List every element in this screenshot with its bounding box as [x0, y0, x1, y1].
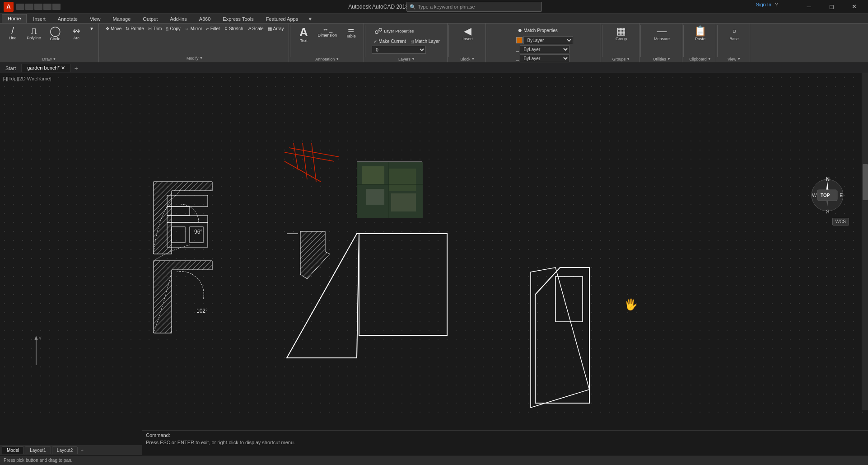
help-icon[interactable]: ? — [775, 2, 778, 7]
groups-group-label: Groups — [612, 56, 626, 61]
svg-rect-1 — [362, 166, 384, 184]
scrollbar-thumb[interactable] — [863, 164, 868, 200]
ribbon-group-block: ◀ Insert Block ▼ — [450, 23, 486, 62]
minimize-button[interactable]: ─ — [798, 2, 819, 12]
bylayer-lineweight-dropdown[interactable]: ByLayer — [520, 54, 569, 62]
svg-line-18 — [285, 152, 334, 161]
group-label: Group — [616, 37, 627, 41]
match-properties-label: Match Properties — [523, 28, 558, 33]
doc-tab-start[interactable]: Start — [0, 64, 22, 72]
paste-label: Paste — [695, 37, 705, 41]
doc-tab-garden-bench[interactable]: garden bench* ✕ — [22, 64, 71, 72]
signin-button[interactable]: Sign In — [756, 2, 771, 7]
block-group-label: Block — [461, 56, 471, 61]
mirror-button[interactable]: ↔ Mirror — [183, 25, 204, 32]
tab-layout2[interactable]: Layout2 — [52, 446, 78, 454]
quick-access-undo[interactable] — [43, 4, 51, 10]
groups-group-expand[interactable]: ▼ — [626, 57, 630, 61]
bottom-tabs: Model Layout1 Layout2 + — [0, 445, 142, 455]
move-button[interactable]: ✥ Move — [104, 25, 123, 32]
annotation-group-expand[interactable]: ▼ — [336, 57, 339, 61]
document-tabs: Start garden bench* ✕ + — [0, 63, 868, 73]
text-button[interactable]: A Text — [294, 25, 314, 44]
layers-group-expand[interactable]: ▼ — [411, 57, 415, 61]
circle-button[interactable]: ◯ Circle — [45, 25, 65, 42]
fillet-icon: ⌐ — [206, 26, 209, 31]
group-button[interactable]: ▦ Group — [611, 25, 631, 42]
scrollbar-right[interactable] — [862, 73, 868, 410]
quick-access-redo[interactable] — [52, 4, 61, 10]
tab-model[interactable]: Model — [2, 446, 24, 454]
tab-addins[interactable]: Add-ins — [164, 14, 192, 23]
tab-a360[interactable]: A360 — [193, 14, 217, 23]
paste-button[interactable]: 📋 Paste — [691, 25, 710, 42]
draw-group-expand[interactable]: ▼ — [53, 57, 56, 61]
line-button[interactable]: / Line — [3, 25, 23, 41]
fillet-button[interactable]: ⌐ Fillet — [205, 25, 222, 32]
polyline-button[interactable]: ⎍ Polyline — [24, 25, 44, 41]
stretch-button[interactable]: ↧ Stretch — [222, 25, 245, 32]
modify-group-expand[interactable]: ▼ — [200, 56, 203, 60]
tab-annotate[interactable]: Annotate — [52, 14, 84, 23]
svg-rect-2 — [389, 169, 416, 191]
base-icon: ▫ — [733, 26, 736, 36]
ribbon-group-properties: ● Match Properties ByLayer ⎯ ByLayer — [488, 23, 601, 62]
trim-button[interactable]: ✄ Trim — [146, 25, 164, 32]
tab-manage[interactable]: Manage — [107, 14, 137, 23]
base-button[interactable]: ▫ Base — [724, 25, 744, 42]
copy-button[interactable]: ⎘ Copy — [164, 25, 182, 32]
divider-2 — [290, 25, 290, 57]
utilities-group-expand[interactable]: ▼ — [667, 57, 671, 61]
search-bar[interactable]: 🔍 Type a keyword or phrase — [406, 2, 542, 12]
tab-layout1[interactable]: Layout1 — [25, 446, 51, 454]
tab-home[interactable]: Home — [2, 14, 27, 23]
search-placeholder: Type a keyword or phrase — [418, 4, 475, 9]
paste-icon: 📋 — [694, 26, 706, 36]
quick-access-open[interactable] — [25, 4, 33, 10]
status-message: Press pick button and drag to pan. — [4, 458, 72, 463]
tab-expand[interactable]: ▼ — [306, 15, 314, 23]
tab-output[interactable]: Output — [137, 14, 163, 23]
block-group-expand[interactable]: ▼ — [471, 57, 475, 61]
clipboard-group-expand[interactable]: ▼ — [708, 57, 711, 61]
insert-icon: ◀ — [464, 26, 471, 36]
draw-more-btn[interactable]: ▼ — [88, 25, 96, 32]
svg-text:S: S — [826, 209, 829, 214]
tab-express[interactable]: Express Tools — [217, 14, 259, 23]
layer-dropdown[interactable]: 0 — [372, 46, 426, 54]
match-properties-button[interactable]: ● Match Properties — [516, 25, 560, 35]
make-current-button[interactable]: ✓ Make Current — [372, 38, 408, 45]
dimension-button[interactable]: ↔⎯ Dimension — [315, 25, 340, 38]
new-tab-button[interactable]: + — [71, 63, 82, 73]
divider-9 — [717, 25, 718, 57]
scale-button[interactable]: ↗ Scale — [246, 25, 266, 32]
match-layer-button[interactable]: ⌹ Match Layer — [409, 38, 442, 45]
divider-5 — [487, 25, 487, 57]
measure-button[interactable]: ― Measure — [651, 25, 672, 42]
close-button[interactable]: ✕ — [844, 2, 864, 12]
layer-properties-label: Layer Properties — [384, 29, 414, 33]
array-button[interactable]: ▦ Array — [266, 25, 286, 32]
canvas-area[interactable]: [-][Top][2D Wireframe] — [0, 73, 868, 420]
arc-button[interactable]: ↭ Arc — [66, 25, 86, 41]
layer-properties-button[interactable]: ☍ Layer Properties — [372, 25, 416, 37]
wcs-label[interactable]: WCS — [832, 218, 849, 225]
svg-rect-14 — [190, 227, 203, 243]
bylayer-linetype-dropdown[interactable]: ByLayer — [520, 45, 569, 53]
tab-insert[interactable]: Insert — [27, 14, 51, 23]
move-icon: ✥ — [106, 26, 109, 31]
svg-rect-13 — [172, 227, 185, 243]
rotate-button[interactable]: ↻ Rotate — [124, 25, 145, 32]
tab-view[interactable]: View — [84, 14, 107, 23]
add-layout-button[interactable]: + — [79, 446, 85, 454]
insert-button[interactable]: ◀ Insert — [458, 25, 478, 42]
view-group-expand[interactable]: ▼ — [737, 57, 741, 61]
maximize-button[interactable]: ◻ — [821, 2, 842, 12]
tab-featured[interactable]: Featured Apps — [260, 14, 304, 23]
quick-access-new[interactable] — [16, 4, 24, 10]
svg-marker-28 — [535, 268, 589, 403]
quick-access-save[interactable] — [34, 4, 42, 10]
ribbon-group-annotation: A Text ↔⎯ Dimension ⚌ Table Annotation ▼ — [291, 23, 364, 62]
bylayer-color-dropdown[interactable]: ByLayer — [523, 36, 573, 44]
table-button[interactable]: ⚌ Table — [341, 25, 361, 39]
